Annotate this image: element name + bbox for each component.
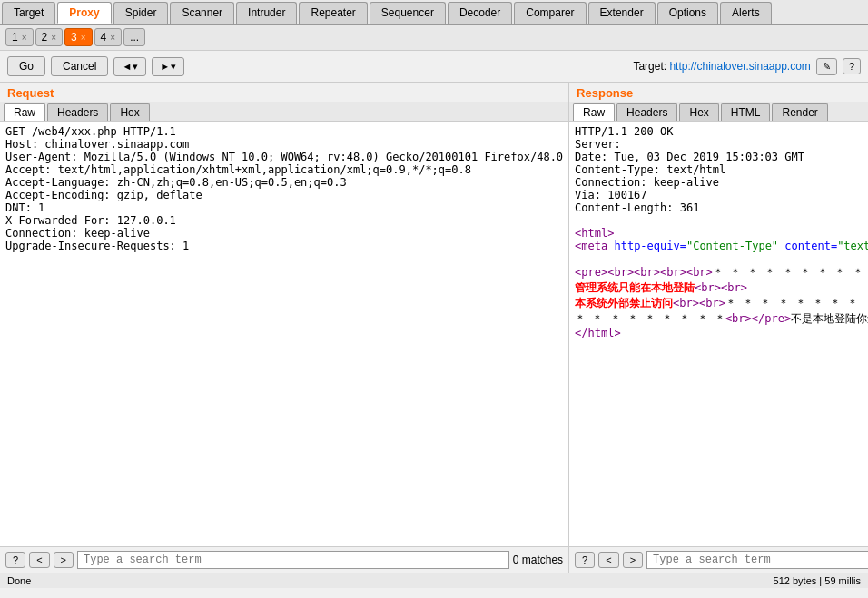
num-tab-1[interactable]: 1 × [5, 28, 34, 46]
tab-intruder[interactable]: Intruder [236, 2, 297, 24]
more-tabs-button[interactable]: ... [123, 28, 145, 46]
edit-target-button[interactable]: ✎ [816, 58, 837, 75]
status-bar: Done 512 bytes | 59 millis [0, 573, 868, 588]
response-search-prev[interactable]: < [598, 552, 618, 568]
request-title: Request [0, 83, 568, 102]
response-panel: Response Raw Headers Hex HTML Render HTT… [569, 83, 868, 573]
status-left: Done [7, 575, 31, 586]
response-search-next[interactable]: > [623, 552, 643, 568]
request-tab-headers[interactable]: Headers [47, 103, 108, 121]
tab-target[interactable]: Target [2, 2, 55, 24]
response-content: HTTP/1.1 200 OK Server: Date: Tue, 03 De… [575, 125, 868, 339]
response-tab-render[interactable]: Render [772, 103, 827, 121]
back-icon: ◄ [122, 61, 132, 72]
request-search-prev[interactable]: < [29, 552, 49, 568]
tab-options[interactable]: Options [657, 2, 718, 24]
back-button[interactable]: ◄ ▾ [113, 57, 146, 76]
request-content-area[interactable]: GET /web4/xxx.php HTTP/1.1 Host: chinalo… [0, 122, 568, 546]
response-search-help[interactable]: ? [575, 552, 595, 568]
request-search-bar: ? < > 0 matches [0, 546, 568, 573]
response-title: Response [569, 83, 868, 102]
num-tab-3[interactable]: 3 × [64, 28, 93, 46]
request-tabs: Raw Headers Hex [0, 102, 568, 122]
cancel-button[interactable]: Cancel [51, 56, 108, 76]
response-search-input[interactable] [646, 551, 868, 569]
request-tab-hex[interactable]: Hex [110, 103, 149, 121]
close-tab-4[interactable]: × [110, 33, 115, 43]
response-scroll-container: HTTP/1.1 200 OK Server: Date: Tue, 03 De… [569, 122, 868, 546]
target-url: http://chinalover.sinaapp.com [669, 60, 810, 73]
number-tab-bar: 1 × 2 × 3 × 4 × ... [0, 25, 868, 51]
forward-icon: ► [160, 61, 170, 72]
request-search-next[interactable]: > [54, 552, 74, 568]
go-button[interactable]: Go [7, 56, 45, 76]
close-tab-1[interactable]: × [22, 33, 27, 43]
tab-repeater[interactable]: Repeater [299, 2, 367, 24]
request-tab-raw[interactable]: Raw [4, 103, 45, 121]
response-tab-raw[interactable]: Raw [573, 103, 615, 121]
close-tab-3[interactable]: × [81, 33, 86, 43]
tab-extender[interactable]: Extender [588, 2, 656, 24]
tab-proxy[interactable]: Proxy [57, 2, 111, 24]
tab-alerts[interactable]: Alerts [720, 2, 772, 24]
response-content-area[interactable]: HTTP/1.1 200 OK Server: Date: Tue, 03 De… [569, 122, 868, 546]
response-search-bar: ? < > 0 matches [569, 546, 868, 573]
status-right: 512 bytes | 59 millis [774, 575, 861, 586]
num-tab-4[interactable]: 4 × [94, 28, 123, 46]
forward-button[interactable]: ► ▾ [152, 57, 184, 76]
target-label: Target: http://chinalover.sinaapp.com [633, 60, 810, 73]
request-content: GET /web4/xxx.php HTTP/1.1 Host: chinalo… [5, 125, 563, 252]
request-search-input[interactable] [77, 551, 509, 569]
request-panel: Request Raw Headers Hex GET /web4/xxx.ph… [0, 83, 569, 573]
response-tab-hex[interactable]: Hex [679, 103, 718, 121]
request-matches-label: 0 matches [513, 554, 563, 566]
tab-spider[interactable]: Spider [113, 2, 169, 24]
back-dropdown-icon: ▾ [133, 61, 138, 73]
help-button[interactable]: ? [843, 58, 861, 74]
toolbar: Go Cancel ◄ ▾ ► ▾ Target: http://chinalo… [0, 51, 868, 83]
tab-sequencer[interactable]: Sequencer [370, 2, 446, 24]
num-tab-2[interactable]: 2 × [35, 28, 64, 46]
tab-scanner[interactable]: Scanner [170, 2, 234, 24]
main-panels: Request Raw Headers Hex GET /web4/xxx.ph… [0, 83, 868, 573]
tab-comparer[interactable]: Comparer [514, 2, 586, 24]
request-scroll-container: GET /web4/xxx.php HTTP/1.1 Host: chinalo… [0, 122, 568, 546]
response-tab-html[interactable]: HTML [721, 103, 771, 121]
main-nav-tabs: Target Proxy Spider Scanner Intruder Rep… [0, 0, 868, 25]
forward-dropdown-icon: ▾ [171, 61, 176, 73]
response-tab-headers[interactable]: Headers [616, 103, 677, 121]
close-tab-2[interactable]: × [51, 33, 56, 43]
tab-decoder[interactable]: Decoder [448, 2, 512, 24]
request-search-help[interactable]: ? [5, 552, 25, 568]
response-tabs: Raw Headers Hex HTML Render [569, 102, 868, 122]
